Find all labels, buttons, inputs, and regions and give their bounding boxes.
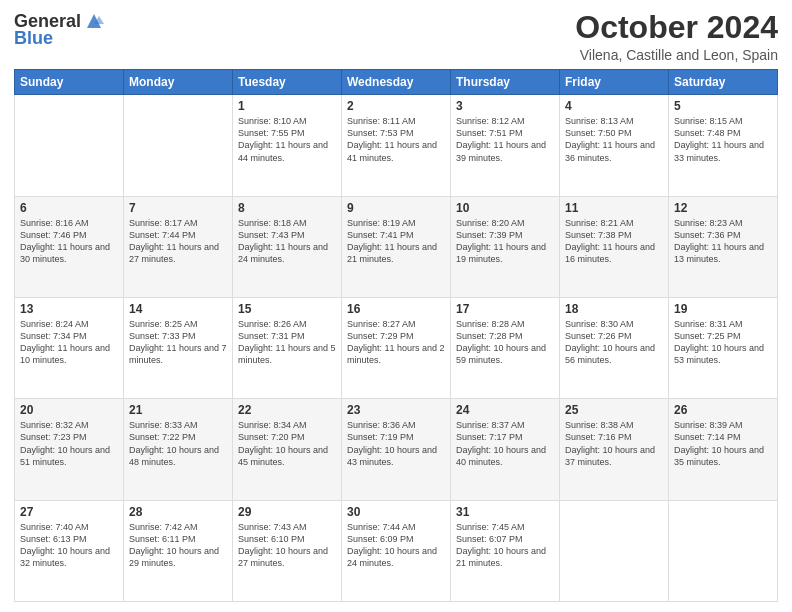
day-number: 6 xyxy=(20,201,118,215)
day-info: Sunrise: 8:39 AM Sunset: 7:14 PM Dayligh… xyxy=(674,419,772,468)
col-header-saturday: Saturday xyxy=(669,70,778,95)
day-number: 21 xyxy=(129,403,227,417)
day-number: 11 xyxy=(565,201,663,215)
day-number: 19 xyxy=(674,302,772,316)
day-number: 14 xyxy=(129,302,227,316)
calendar-day: 3Sunrise: 8:12 AM Sunset: 7:51 PM Daylig… xyxy=(451,95,560,196)
col-header-tuesday: Tuesday xyxy=(233,70,342,95)
day-number: 18 xyxy=(565,302,663,316)
calendar-day: 10Sunrise: 8:20 AM Sunset: 7:39 PM Dayli… xyxy=(451,196,560,297)
day-number: 17 xyxy=(456,302,554,316)
day-info: Sunrise: 8:31 AM Sunset: 7:25 PM Dayligh… xyxy=(674,318,772,367)
calendar-day: 28Sunrise: 7:42 AM Sunset: 6:11 PM Dayli… xyxy=(124,500,233,601)
day-info: Sunrise: 7:43 AM Sunset: 6:10 PM Dayligh… xyxy=(238,521,336,570)
calendar-day xyxy=(560,500,669,601)
calendar-week-2: 6Sunrise: 8:16 AM Sunset: 7:46 PM Daylig… xyxy=(15,196,778,297)
calendar-day: 27Sunrise: 7:40 AM Sunset: 6:13 PM Dayli… xyxy=(15,500,124,601)
calendar-day: 29Sunrise: 7:43 AM Sunset: 6:10 PM Dayli… xyxy=(233,500,342,601)
day-info: Sunrise: 8:27 AM Sunset: 7:29 PM Dayligh… xyxy=(347,318,445,367)
day-number: 30 xyxy=(347,505,445,519)
day-info: Sunrise: 8:34 AM Sunset: 7:20 PM Dayligh… xyxy=(238,419,336,468)
calendar-day: 11Sunrise: 8:21 AM Sunset: 7:38 PM Dayli… xyxy=(560,196,669,297)
day-number: 2 xyxy=(347,99,445,113)
calendar-day: 12Sunrise: 8:23 AM Sunset: 7:36 PM Dayli… xyxy=(669,196,778,297)
calendar-day: 1Sunrise: 8:10 AM Sunset: 7:55 PM Daylig… xyxy=(233,95,342,196)
day-info: Sunrise: 8:26 AM Sunset: 7:31 PM Dayligh… xyxy=(238,318,336,367)
day-info: Sunrise: 8:19 AM Sunset: 7:41 PM Dayligh… xyxy=(347,217,445,266)
col-header-sunday: Sunday xyxy=(15,70,124,95)
day-info: Sunrise: 8:32 AM Sunset: 7:23 PM Dayligh… xyxy=(20,419,118,468)
day-number: 5 xyxy=(674,99,772,113)
day-info: Sunrise: 8:11 AM Sunset: 7:53 PM Dayligh… xyxy=(347,115,445,164)
day-info: Sunrise: 8:38 AM Sunset: 7:16 PM Dayligh… xyxy=(565,419,663,468)
day-info: Sunrise: 8:20 AM Sunset: 7:39 PM Dayligh… xyxy=(456,217,554,266)
calendar-day: 23Sunrise: 8:36 AM Sunset: 7:19 PM Dayli… xyxy=(342,399,451,500)
day-info: Sunrise: 8:30 AM Sunset: 7:26 PM Dayligh… xyxy=(565,318,663,367)
calendar-day: 21Sunrise: 8:33 AM Sunset: 7:22 PM Dayli… xyxy=(124,399,233,500)
calendar-day: 6Sunrise: 8:16 AM Sunset: 7:46 PM Daylig… xyxy=(15,196,124,297)
calendar-day: 7Sunrise: 8:17 AM Sunset: 7:44 PM Daylig… xyxy=(124,196,233,297)
calendar-day: 14Sunrise: 8:25 AM Sunset: 7:33 PM Dayli… xyxy=(124,297,233,398)
calendar-week-4: 20Sunrise: 8:32 AM Sunset: 7:23 PM Dayli… xyxy=(15,399,778,500)
day-info: Sunrise: 8:33 AM Sunset: 7:22 PM Dayligh… xyxy=(129,419,227,468)
col-header-monday: Monday xyxy=(124,70,233,95)
day-info: Sunrise: 7:42 AM Sunset: 6:11 PM Dayligh… xyxy=(129,521,227,570)
day-info: Sunrise: 8:28 AM Sunset: 7:28 PM Dayligh… xyxy=(456,318,554,367)
calendar-day: 13Sunrise: 8:24 AM Sunset: 7:34 PM Dayli… xyxy=(15,297,124,398)
header: General Blue October 2024 Vilena, Castil… xyxy=(14,10,778,63)
main-title: October 2024 xyxy=(575,10,778,45)
col-header-friday: Friday xyxy=(560,70,669,95)
calendar-day: 9Sunrise: 8:19 AM Sunset: 7:41 PM Daylig… xyxy=(342,196,451,297)
day-number: 10 xyxy=(456,201,554,215)
calendar-day: 16Sunrise: 8:27 AM Sunset: 7:29 PM Dayli… xyxy=(342,297,451,398)
day-info: Sunrise: 8:10 AM Sunset: 7:55 PM Dayligh… xyxy=(238,115,336,164)
day-number: 15 xyxy=(238,302,336,316)
calendar-week-3: 13Sunrise: 8:24 AM Sunset: 7:34 PM Dayli… xyxy=(15,297,778,398)
day-info: Sunrise: 8:25 AM Sunset: 7:33 PM Dayligh… xyxy=(129,318,227,367)
calendar-week-5: 27Sunrise: 7:40 AM Sunset: 6:13 PM Dayli… xyxy=(15,500,778,601)
day-info: Sunrise: 8:13 AM Sunset: 7:50 PM Dayligh… xyxy=(565,115,663,164)
day-info: Sunrise: 8:24 AM Sunset: 7:34 PM Dayligh… xyxy=(20,318,118,367)
day-number: 3 xyxy=(456,99,554,113)
calendar-day: 17Sunrise: 8:28 AM Sunset: 7:28 PM Dayli… xyxy=(451,297,560,398)
day-info: Sunrise: 8:23 AM Sunset: 7:36 PM Dayligh… xyxy=(674,217,772,266)
day-info: Sunrise: 7:45 AM Sunset: 6:07 PM Dayligh… xyxy=(456,521,554,570)
logo-icon xyxy=(83,10,105,32)
day-number: 27 xyxy=(20,505,118,519)
day-number: 24 xyxy=(456,403,554,417)
day-number: 28 xyxy=(129,505,227,519)
calendar-day: 25Sunrise: 8:38 AM Sunset: 7:16 PM Dayli… xyxy=(560,399,669,500)
day-number: 1 xyxy=(238,99,336,113)
day-number: 4 xyxy=(565,99,663,113)
logo: General Blue xyxy=(14,10,105,49)
day-number: 31 xyxy=(456,505,554,519)
logo-blue: Blue xyxy=(14,28,53,49)
day-number: 20 xyxy=(20,403,118,417)
calendar-day: 26Sunrise: 8:39 AM Sunset: 7:14 PM Dayli… xyxy=(669,399,778,500)
calendar-day xyxy=(669,500,778,601)
title-block: October 2024 Vilena, Castille and Leon, … xyxy=(575,10,778,63)
day-info: Sunrise: 8:17 AM Sunset: 7:44 PM Dayligh… xyxy=(129,217,227,266)
calendar-day: 31Sunrise: 7:45 AM Sunset: 6:07 PM Dayli… xyxy=(451,500,560,601)
calendar-day: 24Sunrise: 8:37 AM Sunset: 7:17 PM Dayli… xyxy=(451,399,560,500)
page: General Blue October 2024 Vilena, Castil… xyxy=(0,0,792,612)
day-number: 26 xyxy=(674,403,772,417)
subtitle: Vilena, Castille and Leon, Spain xyxy=(575,47,778,63)
day-info: Sunrise: 8:15 AM Sunset: 7:48 PM Dayligh… xyxy=(674,115,772,164)
day-info: Sunrise: 8:12 AM Sunset: 7:51 PM Dayligh… xyxy=(456,115,554,164)
calendar-day: 15Sunrise: 8:26 AM Sunset: 7:31 PM Dayli… xyxy=(233,297,342,398)
calendar-day: 30Sunrise: 7:44 AM Sunset: 6:09 PM Dayli… xyxy=(342,500,451,601)
day-info: Sunrise: 8:21 AM Sunset: 7:38 PM Dayligh… xyxy=(565,217,663,266)
calendar-day: 18Sunrise: 8:30 AM Sunset: 7:26 PM Dayli… xyxy=(560,297,669,398)
day-number: 9 xyxy=(347,201,445,215)
day-number: 12 xyxy=(674,201,772,215)
calendar-day: 2Sunrise: 8:11 AM Sunset: 7:53 PM Daylig… xyxy=(342,95,451,196)
day-number: 29 xyxy=(238,505,336,519)
calendar-day: 4Sunrise: 8:13 AM Sunset: 7:50 PM Daylig… xyxy=(560,95,669,196)
col-header-wednesday: Wednesday xyxy=(342,70,451,95)
calendar-day: 8Sunrise: 8:18 AM Sunset: 7:43 PM Daylig… xyxy=(233,196,342,297)
calendar-day xyxy=(15,95,124,196)
calendar-day: 20Sunrise: 8:32 AM Sunset: 7:23 PM Dayli… xyxy=(15,399,124,500)
day-number: 7 xyxy=(129,201,227,215)
col-header-thursday: Thursday xyxy=(451,70,560,95)
